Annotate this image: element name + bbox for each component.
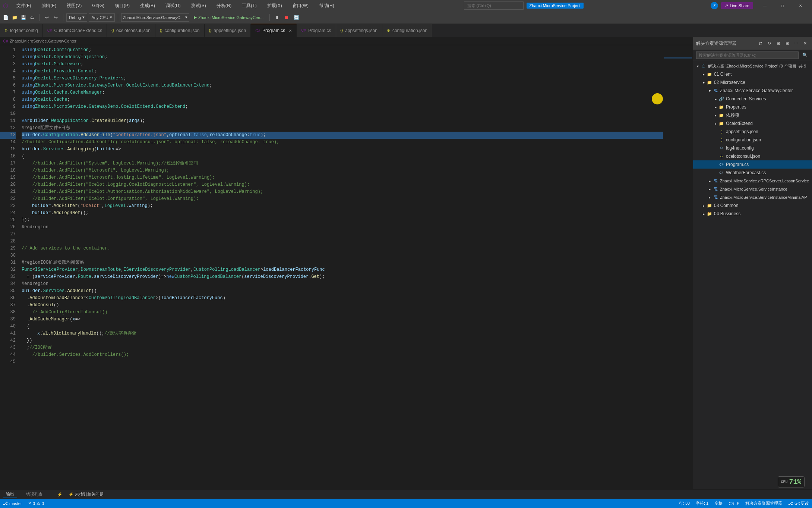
tree-weatherforecast[interactable]: ▸ C# WeatherForecast.cs — [693, 169, 812, 177]
code-content[interactable]: using Ocelot.Configuration; using Ocelot… — [19, 45, 663, 489]
tab-errors[interactable]: 错误列表 — [23, 491, 45, 498]
tree-configuration-file[interactable]: ▸ {} configuration.json — [693, 136, 812, 144]
tree-properties[interactable]: ▸ 📁 Properties — [693, 103, 812, 111]
tab-label-ocelotconsul: ocelotconsul.json — [116, 28, 151, 33]
tab-customcache[interactable]: C# CustomCacheExtend.cs — [43, 24, 107, 37]
menu-project[interactable]: 项目(P) — [113, 2, 132, 10]
line-33: 33 — [0, 273, 16, 280]
menu-file[interactable]: 文件(F) — [14, 2, 33, 10]
debug-mode-dropdown[interactable]: Debug ▾ — [66, 13, 87, 22]
save-all-button[interactable]: 🗂 — [28, 13, 37, 22]
tab-log4net[interactable]: ⚙ log4net.config — [0, 24, 43, 37]
tree-log4net[interactable]: ▸ ⚙ log4net.config — [693, 144, 812, 152]
code-line-28 — [22, 238, 663, 245]
tree-grpcserver[interactable]: ▸ 🏗 Zhaoxi.MicroService.gRPCServer.Lesso… — [693, 177, 812, 185]
tab-configuration2[interactable]: ⚙ configuration.json — [382, 24, 432, 37]
se-collapse-button[interactable]: ⊟ — [774, 39, 782, 47]
new-file-button[interactable]: 📄 — [1, 13, 10, 22]
status-branch[interactable]: ⎇ master — [3, 501, 22, 506]
tab-ocelotconsul[interactable]: {} ocelotconsul.json — [107, 24, 155, 37]
se-search-button[interactable]: 🔍 — [801, 51, 809, 59]
tab-label-program1: Program.cs — [262, 28, 285, 33]
se-status-label: 解决方案资源管理器 — [745, 501, 782, 506]
status-spaces[interactable]: 空格 — [714, 501, 723, 506]
status-se-label[interactable]: 解决方案资源管理器 — [745, 501, 782, 506]
project-icon: 🏗 — [713, 88, 718, 94]
se-properties-button[interactable]: ⊞ — [783, 39, 791, 47]
tree-serviceinstance[interactable]: ▸ 🏗 Zhaoxi.MicroService.ServiceInstance — [693, 185, 812, 193]
tab-program2[interactable]: C# Program.cs — [297, 24, 336, 37]
close-button[interactable]: ✕ — [792, 0, 809, 11]
status-line[interactable]: 行: 30 — [679, 501, 690, 506]
maximize-button[interactable]: □ — [774, 0, 791, 11]
status-errors[interactable]: ✕ 0 ⚠ 0 — [28, 501, 44, 506]
tree-solution[interactable]: ▾ ⬡ 解决方案 'Zhaoxi.MicroService.Project' (… — [693, 62, 812, 70]
tree-appsettings[interactable]: ▸ {} appsettings.json — [693, 128, 812, 136]
save-button[interactable]: 💾 — [19, 13, 28, 22]
se-refresh-button[interactable]: ↻ — [765, 39, 773, 47]
tree-ocelotconsul[interactable]: ▸ {} ocelotconsul.json — [693, 152, 812, 160]
debug-restart[interactable]: 🔄 — [292, 13, 300, 22]
tab-appsettings[interactable]: {} appsettings.json — [205, 24, 251, 37]
tree-yilai[interactable]: ▸ 📁 依赖项 — [693, 111, 812, 119]
se-search-input[interactable] — [696, 51, 799, 59]
tab-icon-cs2: C# — [255, 29, 260, 33]
status-git[interactable]: ⎇ Git 更改 — [788, 501, 809, 506]
tree-common[interactable]: ▸ 📁 03 Common — [693, 201, 812, 210]
tab-output[interactable]: 输出 — [3, 490, 17, 498]
serviceinstance-minimal-label: Zhaoxi.MicroService.ServiceInstanceMinim… — [720, 195, 807, 200]
global-search[interactable] — [464, 1, 524, 10]
title-bar-center: Zhaoxi.MicroService.Project — [464, 1, 584, 10]
open-button[interactable]: 📁 — [10, 13, 19, 22]
weather-icon: C# — [718, 170, 724, 176]
menu-help[interactable]: 帮助(H) — [317, 2, 337, 10]
menu-view[interactable]: 视图(V) — [64, 2, 84, 10]
menu-extensions[interactable]: 扩展(X) — [265, 2, 284, 10]
menu-edit[interactable]: 编辑(E) — [39, 2, 59, 10]
status-encoding[interactable]: CRLF — [729, 501, 739, 506]
line-20: 20 — [0, 181, 16, 188]
tree-client[interactable]: ▸ 📁 01 Client — [693, 70, 812, 78]
platform-dropdown[interactable]: Any CPU ▾ — [89, 13, 114, 22]
line-31: 31 — [0, 259, 16, 266]
tab-icon-json1: {} — [111, 28, 114, 32]
menu-debug[interactable]: 调试(D) — [163, 2, 183, 10]
menu-tools[interactable]: 工具(T) — [240, 2, 259, 10]
minimize-button[interactable]: — — [756, 0, 773, 11]
menu-build[interactable]: 生成(B) — [138, 2, 157, 10]
live-share-button[interactable]: ↗ Live Share — [721, 2, 753, 9]
line-18: 18 — [0, 167, 16, 174]
tab-program1[interactable]: C# Program.cs ✕ — [251, 24, 297, 37]
tree-program-cs[interactable]: ▸ C# Program.cs — [693, 160, 812, 169]
run-button[interactable]: ▶ Zhaoxi.MicroService.GatewayCen... — [191, 14, 266, 21]
menu-test[interactable]: 测试(S) — [189, 2, 208, 10]
status-col[interactable]: 字符: 1 — [696, 501, 708, 506]
tree-ocelotextend[interactable]: ▸ 📁 OcelotExtend — [693, 119, 812, 128]
tree-serviceinstance-minimal[interactable]: ▸ 🏗 Zhaoxi.MicroService.ServiceInstanceM… — [693, 193, 812, 201]
tab-appsettings2[interactable]: {} appsettings.json — [336, 24, 382, 37]
tree-bussiness[interactable]: ▸ 📁 04 Bussiness — [693, 210, 812, 218]
programcs-label: Program.cs — [726, 162, 749, 167]
se-settings-button[interactable]: ⋯ — [792, 39, 800, 47]
redo-button[interactable]: ↪ — [52, 13, 60, 22]
tab-label-appsettings2: appsettings.json — [345, 28, 377, 33]
line-2: 2 — [0, 54, 16, 61]
menu-window[interactable]: 窗口(W) — [290, 2, 311, 10]
line-24: 24 — [0, 210, 16, 217]
code-line-2: using Ocelot.DependencyInjection; — [22, 54, 663, 61]
undo-button[interactable]: ↩ — [43, 13, 51, 22]
tree-gatewaycenter[interactable]: ▾ 🏗 Zhaoxi.MicroService.GatewayCenter — [693, 87, 812, 95]
tree-connected[interactable]: ▸ 🔗 Connected Services — [693, 95, 812, 103]
breadcrumb: C# Zhaoxi.MicroService.GatewayCenter — [0, 37, 693, 45]
debug-pause[interactable]: ⏸ — [273, 13, 281, 22]
debug-stop[interactable]: ⏹ — [282, 13, 291, 22]
se-sync-button[interactable]: ⇄ — [756, 39, 764, 47]
tree-microservice[interactable]: ▾ 📁 02 Microservice — [693, 78, 812, 87]
se-close-button[interactable]: ✕ — [801, 39, 809, 47]
tab-close-program1[interactable]: ✕ — [289, 29, 292, 33]
menu-git[interactable]: Git(G) — [90, 2, 107, 9]
line-14: 14 — [0, 139, 16, 146]
menu-analyze[interactable]: 分析(N) — [214, 2, 234, 10]
tab-configuration[interactable]: {} configuration.json — [155, 24, 205, 37]
line-7: 7 — [0, 89, 16, 96]
